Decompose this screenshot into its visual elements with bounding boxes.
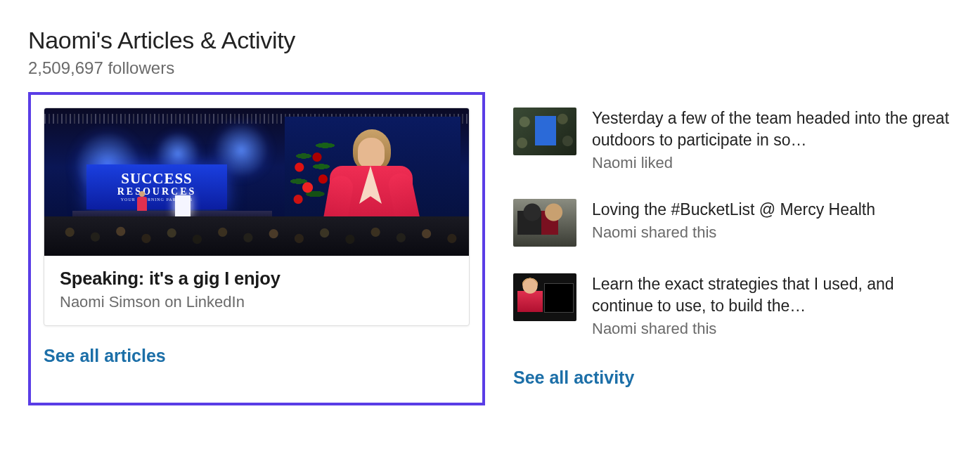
featured-article-byline: Naomi Simson on LinkedIn [60,293,453,311]
stage-banner-graphic: SUCCESS RESOURCES YOUR LEARNING PARTNERS [86,164,227,209]
activity-item[interactable]: Loving the #BucketList @ Mercy Health Na… [513,199,952,247]
activity-text: Yesterday a few of the team headed into … [592,108,952,151]
banner-line1: SUCCESS [86,170,227,188]
articles-activity-section: Naomi's Articles & Activity 2,509,697 fo… [0,0,980,405]
banner-line2: RESOURCES [86,186,227,197]
activity-meta: Naomi shared this [592,320,952,338]
activity-thumbnail [513,108,576,155]
section-title: Naomi's Articles & Activity [28,27,952,54]
activity-feed: Yesterday a few of the team headed into … [513,92,952,388]
activity-thumbnail [513,273,576,321]
see-all-articles-link[interactable]: See all articles [44,346,166,366]
activity-item[interactable]: Yesterday a few of the team headed into … [513,108,952,172]
see-all-activity-link[interactable]: See all activity [513,368,634,388]
audience-crowd-graphic [44,216,469,256]
activity-meta: Naomi shared this [592,223,875,242]
activity-thumbnail [513,199,576,247]
featured-article-highlight-box: SUCCESS RESOURCES YOUR LEARNING PARTNERS [28,92,485,405]
featured-article-card[interactable]: SUCCESS RESOURCES YOUR LEARNING PARTNERS [44,108,470,326]
followers-count: 2,509,697 followers [28,58,952,78]
activity-text: Learn the exact strategies that I used, … [592,273,952,317]
featured-article-title: Speaking: it's a gig I enjoy [60,268,453,289]
banner-line3: YOUR LEARNING PARTNERS [86,197,227,202]
stage-monitor-graphic [175,195,191,216]
activity-meta: Naomi liked [592,154,952,172]
activity-text: Loving the #BucketList @ Mercy Health [592,199,875,221]
featured-article-image: SUCCESS RESOURCES YOUR LEARNING PARTNERS [44,108,469,256]
speaker-on-stage-graphic [136,191,148,212]
activity-item[interactable]: Learn the exact strategies that I used, … [513,273,952,338]
